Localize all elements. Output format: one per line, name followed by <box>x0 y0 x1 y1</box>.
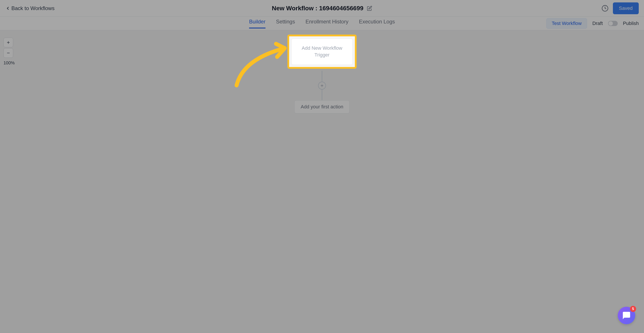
workflow-title: New Workflow : 1694604656699 <box>272 5 364 12</box>
chat-widget-button[interactable]: 5 <box>618 307 635 324</box>
tab-enrollment-history[interactable]: Enrollment History <box>306 18 348 28</box>
saved-button[interactable]: Saved <box>613 2 639 14</box>
canvas-area[interactable]: + − 100% + Add your first action <box>0 30 644 333</box>
connector-line <box>322 71 322 82</box>
add-step-button[interactable]: + <box>318 82 326 89</box>
header-center: New Workflow : 1694604656699 <box>272 5 372 12</box>
zoom-out-button[interactable]: − <box>4 48 13 58</box>
tab-builder[interactable]: Builder <box>249 18 266 28</box>
publish-label: Publish <box>623 20 639 26</box>
draft-label: Draft <box>592 20 603 26</box>
add-trigger-button[interactable]: Add New Workflow Trigger <box>291 38 353 65</box>
chat-badge: 5 <box>630 306 636 312</box>
tab-execution-logs[interactable]: Execution Logs <box>359 18 395 28</box>
zoom-in-button[interactable]: + <box>4 38 13 47</box>
zoom-level-label: 100% <box>4 60 15 65</box>
trigger-highlight: Add New Workflow Trigger <box>288 34 356 69</box>
header-bar: Back to Workflows New Workflow : 1694604… <box>0 0 644 17</box>
chevron-left-icon <box>5 6 10 11</box>
back-to-workflows-link[interactable]: Back to Workflows <box>5 5 54 11</box>
chat-icon <box>622 311 631 320</box>
test-workflow-button[interactable]: Test Workflow <box>546 18 587 29</box>
pencil-icon[interactable] <box>367 6 372 11</box>
zoom-controls: + − 100% <box>4 38 15 65</box>
clock-icon[interactable] <box>602 5 608 12</box>
connector-line-2 <box>322 89 322 100</box>
tabs-right: Test Workflow Draft Publish <box>546 18 639 29</box>
add-first-action-button[interactable]: Add your first action <box>294 100 350 113</box>
tab-settings[interactable]: Settings <box>276 18 295 28</box>
tabs-center: Builder Settings Enrollment History Exec… <box>249 18 395 28</box>
publish-toggle[interactable] <box>608 21 618 26</box>
back-label: Back to Workflows <box>12 5 54 11</box>
header-right: Saved <box>602 2 639 14</box>
tabs-bar: Builder Settings Enrollment History Exec… <box>0 17 644 30</box>
